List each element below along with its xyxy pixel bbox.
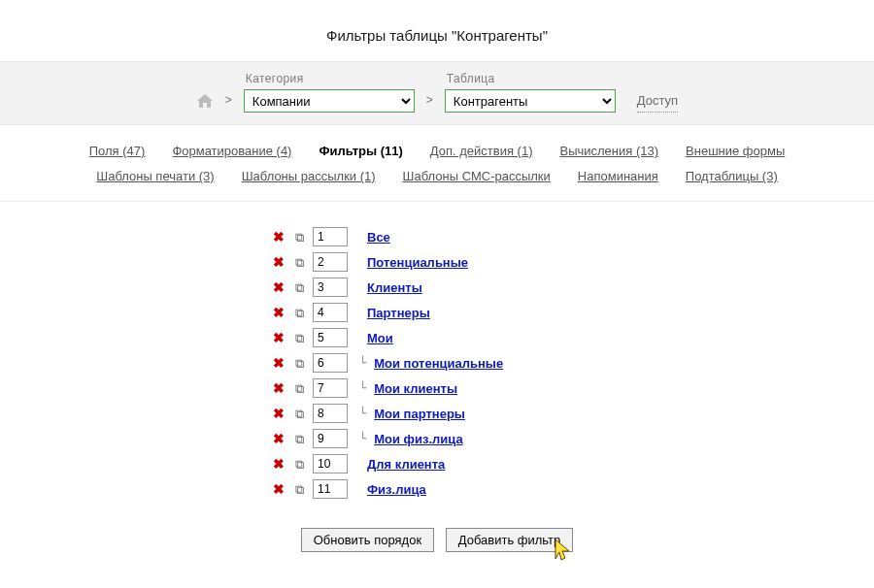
delete-icon[interactable]: ✖ bbox=[272, 255, 286, 269]
copy-icon[interactable]: ⧉ bbox=[291, 281, 307, 294]
order-input[interactable] bbox=[313, 479, 348, 499]
tree-branch-icon: └ bbox=[353, 356, 368, 370]
tree-branch-icon: └ bbox=[353, 432, 368, 445]
filter-row: ✖⧉Клиенты bbox=[272, 278, 602, 297]
tab-link[interactable]: Доп. действия (1) bbox=[430, 144, 533, 158]
copy-icon[interactable]: ⧉ bbox=[291, 483, 307, 496]
delete-icon[interactable]: ✖ bbox=[272, 356, 286, 370]
tab-link[interactable]: Поля (47) bbox=[89, 144, 146, 158]
tab-link[interactable]: Подтаблицы (3) bbox=[686, 169, 778, 183]
delete-icon[interactable]: ✖ bbox=[272, 230, 286, 244]
filter-row: ✖⧉└Мои физ.лица bbox=[272, 429, 602, 448]
copy-icon[interactable]: ⧉ bbox=[291, 307, 307, 319]
tab-link[interactable]: Внешние формы bbox=[686, 144, 785, 158]
copy-icon[interactable]: ⧉ bbox=[291, 332, 307, 344]
table-select[interactable]: Контрагенты bbox=[445, 89, 616, 113]
filter-row: ✖⧉└Мои потенциальные bbox=[272, 353, 602, 373]
copy-icon[interactable]: ⧉ bbox=[291, 231, 307, 244]
filter-row: ✖⧉Мои bbox=[272, 328, 602, 347]
filter-row: ✖⧉Для клиента bbox=[272, 454, 602, 474]
filter-name-link[interactable]: Партнеры bbox=[367, 306, 430, 320]
copy-icon[interactable]: ⧉ bbox=[291, 357, 307, 370]
home-icon[interactable] bbox=[196, 93, 214, 113]
copy-icon[interactable]: ⧉ bbox=[291, 256, 307, 269]
order-input[interactable] bbox=[313, 278, 348, 297]
tree-branch-icon: └ bbox=[353, 381, 368, 395]
delete-icon[interactable]: ✖ bbox=[272, 280, 286, 294]
order-input[interactable] bbox=[313, 429, 348, 448]
filter-name-link[interactable]: Для клиента bbox=[367, 457, 445, 472]
filter-row: ✖⧉Все bbox=[272, 227, 602, 246]
order-input[interactable] bbox=[313, 404, 348, 423]
filter-name-link[interactable]: Клиенты bbox=[367, 280, 422, 295]
table-label: Таблица bbox=[445, 72, 616, 85]
breadcrumb-sep: > bbox=[426, 93, 433, 113]
category-select[interactable]: Компании bbox=[244, 89, 415, 113]
actions-row: Обновить порядок Добавить фильтр bbox=[0, 510, 874, 570]
delete-icon[interactable]: ✖ bbox=[272, 381, 286, 395]
page-title: Фильтры таблицы "Контрагенты" bbox=[0, 0, 874, 61]
filter-name-link[interactable]: Мои партнеры bbox=[374, 407, 465, 421]
update-order-button[interactable]: Обновить порядок bbox=[301, 528, 434, 552]
filter-name-link[interactable]: Мои физ.лица bbox=[374, 432, 462, 446]
access-link[interactable]: Доступ bbox=[637, 93, 678, 113]
filter-name-link[interactable]: Потенциальные bbox=[367, 255, 468, 270]
filters-list: ✖⧉Все✖⧉Потенциальные✖⧉Клиенты✖⧉Партнеры✖… bbox=[0, 202, 874, 510]
copy-icon[interactable]: ⧉ bbox=[291, 382, 307, 395]
delete-icon[interactable]: ✖ bbox=[272, 306, 286, 319]
tab-link[interactable]: Вычисления (13) bbox=[559, 144, 658, 158]
breadcrumb-bar: > Категория Компании > Таблица Контраген… bbox=[0, 61, 874, 125]
order-input[interactable] bbox=[313, 328, 348, 347]
filter-name-link[interactable]: Мои потенциальные bbox=[374, 356, 503, 371]
copy-icon[interactable]: ⧉ bbox=[291, 458, 307, 471]
filter-row: ✖⧉└Мои клиенты bbox=[272, 378, 602, 398]
delete-icon[interactable]: ✖ bbox=[272, 432, 286, 445]
filter-row: ✖⧉└Мои партнеры bbox=[272, 404, 602, 423]
delete-icon[interactable]: ✖ bbox=[272, 407, 286, 420]
order-input[interactable] bbox=[313, 378, 348, 398]
add-filter-button[interactable]: Добавить фильтр bbox=[446, 528, 574, 552]
filter-name-link[interactable]: Мои bbox=[367, 331, 393, 345]
tab-current: Фильтры (11) bbox=[319, 144, 402, 158]
filter-row: ✖⧉Потенциальные bbox=[272, 252, 602, 272]
order-input[interactable] bbox=[313, 454, 348, 474]
filter-name-link[interactable]: Физ.лица bbox=[367, 482, 426, 497]
filter-row: ✖⧉Физ.лица bbox=[272, 479, 602, 499]
tree-branch-icon: └ bbox=[353, 407, 368, 420]
delete-icon[interactable]: ✖ bbox=[272, 482, 286, 496]
filter-row: ✖⧉Партнеры bbox=[272, 303, 602, 322]
tabs-nav: Поля (47)Форматирование (4)Фильтры (11)Д… bbox=[0, 125, 874, 202]
copy-icon[interactable]: ⧉ bbox=[291, 433, 307, 445]
breadcrumb-sep: > bbox=[225, 93, 232, 113]
delete-icon[interactable]: ✖ bbox=[272, 331, 286, 344]
tab-link[interactable]: Шаблоны печати (3) bbox=[96, 169, 214, 183]
order-input[interactable] bbox=[313, 252, 348, 272]
copy-icon[interactable]: ⧉ bbox=[291, 408, 307, 420]
order-input[interactable] bbox=[313, 353, 348, 373]
tab-link[interactable]: Напоминания bbox=[578, 169, 658, 183]
order-input[interactable] bbox=[313, 303, 348, 322]
filter-name-link[interactable]: Мои клиенты bbox=[374, 381, 457, 396]
tab-link[interactable]: Форматирование (4) bbox=[172, 144, 291, 158]
order-input[interactable] bbox=[313, 227, 348, 246]
tab-link[interactable]: Шаблоны СМС-рассылки bbox=[403, 169, 551, 183]
category-label: Категория bbox=[244, 72, 415, 85]
filter-name-link[interactable]: Все bbox=[367, 230, 390, 245]
tab-link[interactable]: Шаблоны рассылки (1) bbox=[242, 169, 376, 183]
delete-icon[interactable]: ✖ bbox=[272, 457, 286, 471]
